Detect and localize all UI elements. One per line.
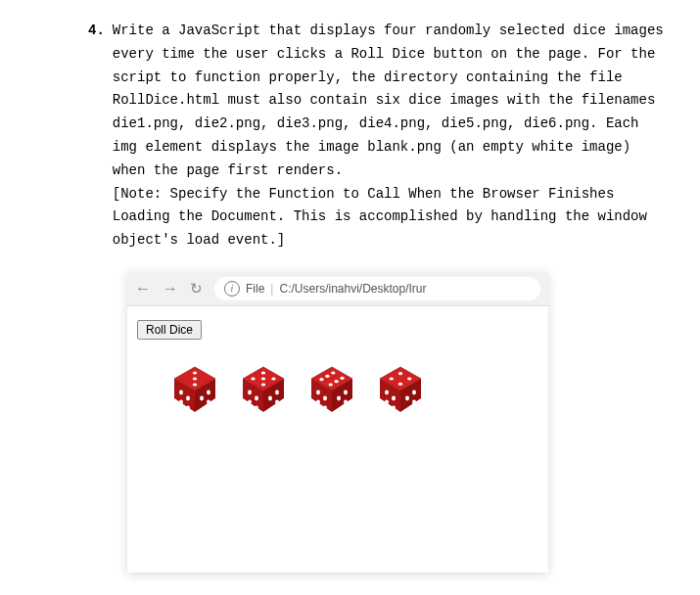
svg-point-22 bbox=[331, 371, 335, 374]
browser-window: ← → ↻ i File | C:/Users/inahvi/Desktop/I… bbox=[127, 272, 548, 572]
svg-point-34 bbox=[337, 395, 341, 400]
die-3 bbox=[303, 361, 360, 418]
url-prefix: File bbox=[246, 279, 264, 298]
svg-point-21 bbox=[268, 395, 272, 400]
svg-point-38 bbox=[398, 382, 402, 385]
page-content: Roll Dice bbox=[127, 306, 548, 572]
svg-point-0 bbox=[193, 371, 197, 374]
svg-point-4 bbox=[179, 399, 183, 404]
svg-point-17 bbox=[255, 395, 258, 400]
svg-point-15 bbox=[248, 389, 252, 394]
back-icon[interactable]: ← bbox=[135, 281, 151, 297]
reload-icon[interactable]: ↻ bbox=[190, 281, 203, 296]
svg-point-20 bbox=[275, 399, 279, 404]
svg-point-37 bbox=[390, 377, 394, 380]
svg-point-35 bbox=[398, 372, 402, 375]
svg-point-44 bbox=[412, 399, 416, 404]
svg-point-33 bbox=[344, 399, 348, 404]
svg-point-7 bbox=[207, 389, 210, 394]
svg-point-23 bbox=[340, 376, 344, 379]
question-number: 4. bbox=[88, 20, 105, 252]
svg-point-40 bbox=[385, 399, 389, 404]
question-body: Write a JavaScript that displays four ra… bbox=[113, 23, 664, 178]
question-block: 4. Write a JavaScript that displays four… bbox=[88, 20, 671, 252]
question-note: [Note: Specify the Function to Call When… bbox=[113, 186, 647, 249]
address-bar[interactable]: i File | C:/Users/inahvi/Desktop/Irur bbox=[214, 277, 540, 300]
svg-point-32 bbox=[344, 389, 348, 394]
svg-point-16 bbox=[248, 399, 252, 404]
svg-point-26 bbox=[319, 378, 323, 381]
dice-row bbox=[166, 361, 538, 418]
svg-point-31 bbox=[323, 405, 327, 410]
svg-point-41 bbox=[392, 395, 396, 400]
svg-point-5 bbox=[186, 395, 190, 400]
svg-point-42 bbox=[392, 405, 396, 410]
svg-point-19 bbox=[275, 389, 279, 394]
svg-point-45 bbox=[405, 395, 409, 400]
svg-point-27 bbox=[329, 383, 333, 386]
url-path: C:/Users/inahvi/Desktop/Irur bbox=[279, 279, 426, 298]
forward-icon[interactable]: → bbox=[163, 281, 178, 297]
svg-point-3 bbox=[179, 389, 183, 394]
roll-dice-button[interactable]: Roll Dice bbox=[137, 320, 202, 340]
svg-point-1 bbox=[193, 377, 197, 380]
svg-point-39 bbox=[385, 389, 389, 394]
svg-point-10 bbox=[261, 371, 265, 374]
url-separator: | bbox=[270, 279, 273, 298]
die-1 bbox=[166, 361, 223, 418]
svg-point-8 bbox=[207, 399, 210, 404]
svg-point-30 bbox=[323, 395, 327, 400]
svg-point-24 bbox=[325, 375, 329, 378]
svg-point-13 bbox=[251, 377, 255, 380]
info-icon: i bbox=[224, 281, 240, 297]
die-2 bbox=[235, 361, 292, 418]
svg-point-12 bbox=[261, 377, 265, 380]
browser-toolbar: ← → ↻ i File | C:/Users/inahvi/Desktop/I… bbox=[127, 272, 548, 306]
svg-point-29 bbox=[316, 399, 320, 404]
svg-point-18 bbox=[255, 405, 258, 410]
svg-point-2 bbox=[193, 383, 197, 386]
svg-point-28 bbox=[316, 389, 320, 394]
svg-point-11 bbox=[271, 377, 275, 380]
svg-point-36 bbox=[407, 377, 411, 380]
svg-point-14 bbox=[261, 383, 265, 386]
question-text: Write a JavaScript that displays four ra… bbox=[113, 20, 671, 252]
svg-point-25 bbox=[334, 380, 338, 383]
svg-point-6 bbox=[186, 405, 190, 410]
svg-point-43 bbox=[412, 389, 416, 394]
svg-point-9 bbox=[200, 395, 204, 400]
die-4 bbox=[372, 361, 429, 418]
